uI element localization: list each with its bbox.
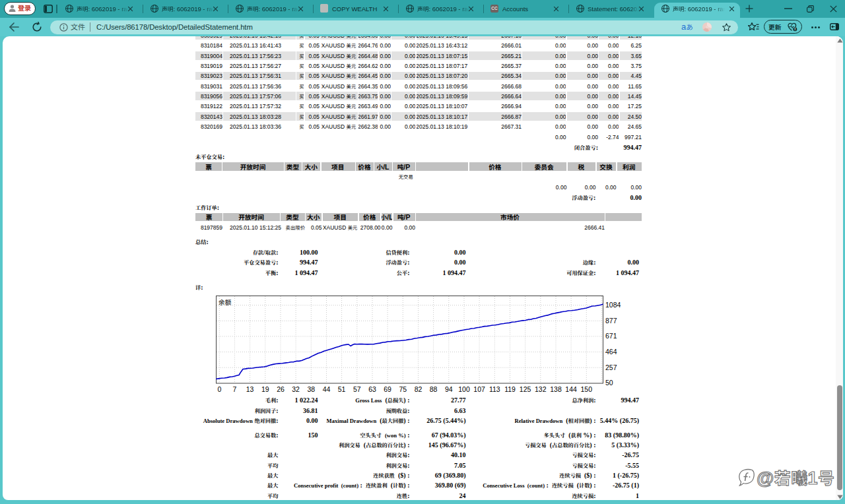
svg-text:113: 113 [489,385,500,393]
svg-text:余额: 余额 [219,298,232,306]
svg-text:50: 50 [605,379,613,387]
svg-text:44: 44 [323,385,331,393]
svg-text:125: 125 [520,385,531,393]
svg-text:82: 82 [415,385,422,393]
svg-text:32: 32 [292,385,300,393]
svg-text:88: 88 [430,385,438,393]
svg-text:107: 107 [473,385,485,393]
svg-text:150: 150 [581,385,593,393]
svg-text:671: 671 [605,332,617,340]
svg-text:57: 57 [353,385,361,393]
svg-text:0: 0 [217,385,221,393]
svg-text:94: 94 [445,385,453,393]
svg-text:!: ! [794,27,795,31]
svg-text:464: 464 [605,348,617,356]
svg-text:257: 257 [605,363,617,371]
svg-text:51: 51 [338,385,346,393]
svg-text:75: 75 [399,385,407,393]
svg-text:100: 100 [458,385,470,393]
svg-text:63: 63 [368,385,376,393]
svg-text:119: 119 [504,385,516,393]
svg-text:13: 13 [246,385,254,393]
svg-text:7: 7 [233,385,237,393]
svg-text:38: 38 [307,385,315,393]
svg-text:144: 144 [565,385,577,393]
svg-text:19: 19 [261,385,269,393]
svg-text:1084: 1084 [605,301,621,309]
svg-text:69: 69 [384,385,391,393]
svg-text:138: 138 [550,385,562,393]
svg-text:26: 26 [277,385,285,393]
svg-text:877: 877 [605,317,617,325]
svg-text:132: 132 [535,385,547,393]
